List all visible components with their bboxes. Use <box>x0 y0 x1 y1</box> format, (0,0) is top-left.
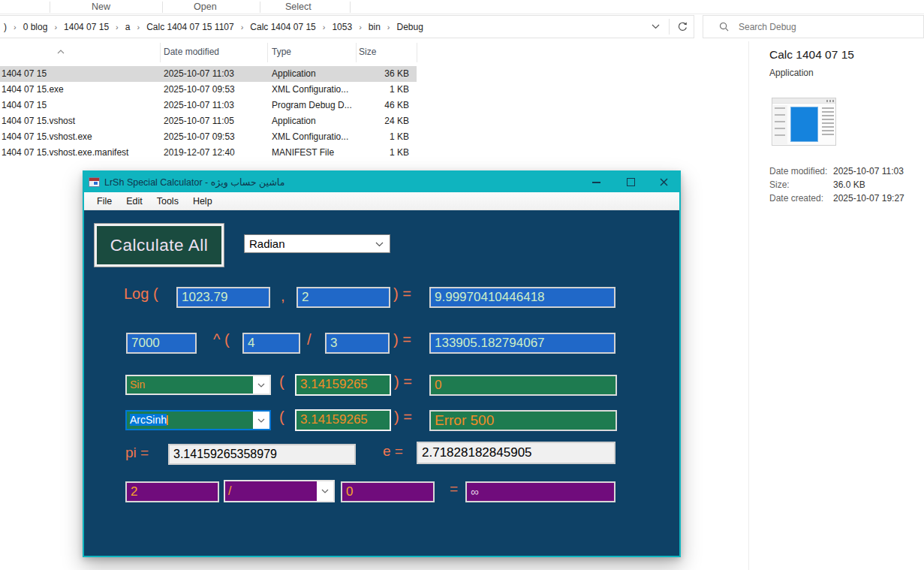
refresh-icon <box>677 21 688 32</box>
pow-numerator-input[interactable]: 4 <box>242 333 300 354</box>
search-icon <box>719 22 729 32</box>
chevron-right-icon: › <box>235 23 250 32</box>
search-input[interactable] <box>737 21 923 33</box>
preview-subtitle: Application <box>769 68 814 78</box>
fn1-arg-input[interactable]: 3.14159265 <box>295 374 391 396</box>
table-row[interactable]: 1404 07 15.exe 2025-10-07 09:53 XML Conf… <box>0 82 417 98</box>
function2-value: ArcSinh <box>127 412 253 429</box>
maximize-icon <box>627 178 635 186</box>
toolbar-open-button[interactable]: Open <box>194 2 217 12</box>
calculate-all-button[interactable]: Calculate All <box>95 224 224 267</box>
file-name: 1404 07 15 <box>2 100 47 110</box>
fn2-open-label: ( <box>279 409 284 426</box>
selected-text: ArcSinh <box>130 414 167 426</box>
column-header-type[interactable]: Type <box>272 47 291 57</box>
breadcrumb-item[interactable]: 0 blog <box>23 22 49 32</box>
chevron-right-icon: › <box>131 23 146 32</box>
detail-label: Date created: <box>769 193 823 204</box>
file-name: 1404 07 15.vshost.exe <box>2 131 92 142</box>
breadcrumb-item[interactable]: 1053 <box>331 22 353 32</box>
breadcrumb-item[interactable]: Calc 1404 07 15 1107 <box>146 22 235 32</box>
fn1-result-field[interactable]: 0 <box>429 375 617 396</box>
toolbar-divider <box>50 2 50 13</box>
menu-help[interactable]: Help <box>193 196 212 207</box>
log-arg1-input[interactable]: 1023.79 <box>176 287 270 308</box>
function2-select[interactable]: ArcSinh <box>125 410 271 430</box>
pow-denominator-input[interactable]: 3 <box>325 333 390 354</box>
close-button[interactable] <box>653 172 676 192</box>
table-row[interactable]: 1404 07 15 2025-10-07 11:03 Application … <box>0 66 417 82</box>
fn1-open-label: ( <box>279 373 284 391</box>
breadcrumb-item[interactable]: a <box>125 22 131 32</box>
chevron-right-icon: › <box>110 23 125 32</box>
div-b-input[interactable]: 0 <box>341 481 435 502</box>
log-arg2-input[interactable]: 2 <box>296 287 390 308</box>
div-result-field[interactable]: ∞ <box>465 481 615 502</box>
div-operator-select[interactable]: / <box>224 480 335 502</box>
e-value-field[interactable]: 2.71828182845905 <box>417 442 615 464</box>
preview-pane-divider <box>748 41 749 570</box>
chevron-down-icon <box>321 489 329 493</box>
table-row[interactable]: 1404 07 15.vshost.exe 2025-10-07 09:53 X… <box>0 129 417 145</box>
file-size: 24 KB <box>384 116 409 126</box>
close-icon <box>660 178 668 186</box>
fn2-result-field[interactable]: Error 500 <box>429 410 617 431</box>
text-cursor <box>167 415 168 425</box>
toolbar-select-button[interactable]: Select <box>285 2 312 12</box>
function1-select[interactable]: Sin <box>125 375 271 395</box>
address-dropdown-button[interactable] <box>646 15 665 38</box>
detail-value: 2025-10-07 11:03 <box>833 166 904 176</box>
preview-title: Calc 1404 07 15 <box>769 48 854 62</box>
column-divider <box>267 43 268 62</box>
breadcrumb-item[interactable]: bin <box>368 22 381 32</box>
e-label: e = <box>383 443 403 460</box>
menu-tools[interactable]: Tools <box>157 196 179 207</box>
file-type: Application <box>272 68 316 79</box>
column-divider <box>160 43 161 62</box>
file-type: XML Configuratio... <box>272 84 348 95</box>
pow-base-input[interactable]: 7000 <box>126 333 197 354</box>
log-comma-label: , <box>281 288 285 305</box>
log-label: Log ( <box>124 285 158 303</box>
minimize-icon <box>592 182 600 183</box>
log-result-field[interactable]: 9.99970410446418 <box>429 287 615 308</box>
column-header-date-modified[interactable]: Date modified <box>164 47 219 57</box>
file-name: 1404 07 15 <box>2 68 47 79</box>
pow-slash-label: / <box>307 331 312 348</box>
menu-file[interactable]: File <box>97 196 112 207</box>
breadcrumb-item[interactable]: Calc 1404 07 15 <box>249 22 316 32</box>
fn2-arg-input[interactable]: 3.14159265 <box>295 409 391 431</box>
breadcrumb-item[interactable]: 1404 07 15 <box>63 22 110 32</box>
combo-dropdown-button[interactable] <box>253 376 269 394</box>
file-date: 2025-10-07 11:05 <box>164 116 234 126</box>
table-row[interactable]: 1404 07 15 2025-10-07 11:03 Program Debu… <box>0 98 417 113</box>
file-name: 1404 07 15.exe <box>2 84 64 95</box>
file-size: 1 KB <box>390 131 409 142</box>
pow-op-label: ^ ( <box>213 331 230 348</box>
column-header-size[interactable]: Size <box>359 47 376 57</box>
refresh-button[interactable] <box>673 15 692 38</box>
maximize-button[interactable] <box>620 172 643 192</box>
combo-dropdown-button[interactable] <box>253 412 269 429</box>
pi-value-field[interactable]: 3.14159265358979 <box>168 444 356 465</box>
breadcrumb-item[interactable]: Debug <box>396 22 424 32</box>
minimize-button[interactable] <box>585 172 608 192</box>
table-row[interactable]: 1404 07 15.vshost.exe.manifest 2019-12-0… <box>0 145 417 161</box>
calculator-window: LrSh Special Calculator - ماشین حساب ویژ… <box>83 170 681 557</box>
log-close-label: ) = <box>393 285 411 303</box>
search-box[interactable] <box>703 15 924 38</box>
div-a-input[interactable]: 2 <box>125 481 219 502</box>
pow-result-field[interactable]: 133905.182794067 <box>429 333 615 354</box>
file-date: 2025-10-07 09:53 <box>164 84 235 95</box>
address-bar[interactable]: ) › 0 blog › 1404 07 15 › a › Calc 1404 … <box>0 15 694 38</box>
div-operator-value: / <box>225 481 317 501</box>
table-row[interactable]: 1404 07 15.vshost 2025-10-07 11:05 Appli… <box>0 113 417 129</box>
address-divider <box>669 19 670 35</box>
explorer-toolbar: New Open Select <box>0 0 924 14</box>
toolbar-new-button[interactable]: New <box>92 2 110 12</box>
angle-mode-select[interactable]: Radian <box>244 234 390 253</box>
menu-edit[interactable]: Edit <box>126 196 143 207</box>
combo-dropdown-button[interactable] <box>317 481 333 501</box>
menu-bar: File Edit Tools Help <box>84 192 679 210</box>
detail-value: 36.0 KB <box>833 179 865 190</box>
